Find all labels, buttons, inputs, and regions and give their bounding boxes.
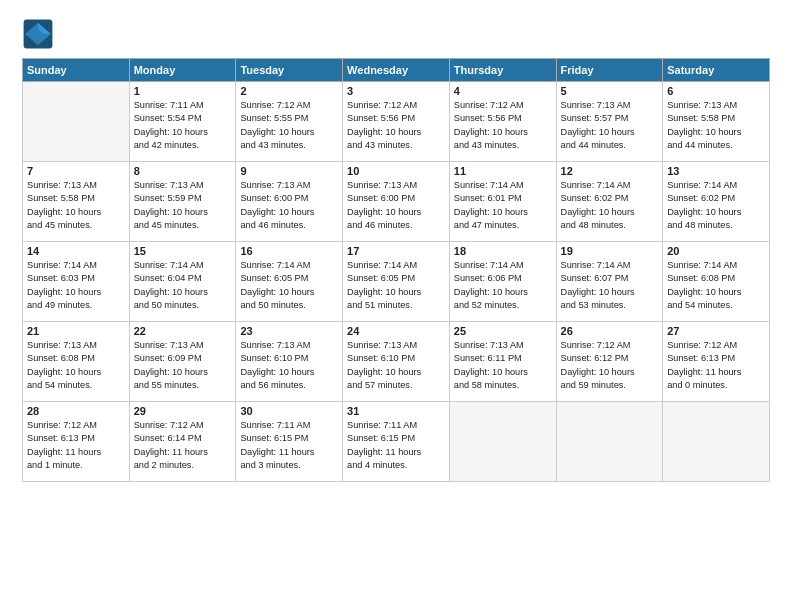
day-info: Sunrise: 7:14 AMSunset: 6:08 PMDaylight:…: [667, 259, 765, 312]
day-number: 1: [134, 85, 232, 97]
day-number: 29: [134, 405, 232, 417]
day-info: Sunrise: 7:12 AMSunset: 6:14 PMDaylight:…: [134, 419, 232, 472]
calendar-cell: 2Sunrise: 7:12 AMSunset: 5:55 PMDaylight…: [236, 82, 343, 162]
day-number: 7: [27, 165, 125, 177]
day-number: 25: [454, 325, 552, 337]
calendar-cell: 31Sunrise: 7:11 AMSunset: 6:15 PMDayligh…: [343, 402, 450, 482]
day-info: Sunrise: 7:12 AMSunset: 5:55 PMDaylight:…: [240, 99, 338, 152]
day-number: 10: [347, 165, 445, 177]
day-number: 14: [27, 245, 125, 257]
calendar-table: SundayMondayTuesdayWednesdayThursdayFrid…: [22, 58, 770, 482]
calendar-cell: 11Sunrise: 7:14 AMSunset: 6:01 PMDayligh…: [449, 162, 556, 242]
calendar-cell: 23Sunrise: 7:13 AMSunset: 6:10 PMDayligh…: [236, 322, 343, 402]
calendar-cell: [449, 402, 556, 482]
calendar-cell: [23, 82, 130, 162]
calendar-cell: [556, 402, 663, 482]
calendar-cell: 20Sunrise: 7:14 AMSunset: 6:08 PMDayligh…: [663, 242, 770, 322]
day-number: 3: [347, 85, 445, 97]
calendar-cell: 14Sunrise: 7:14 AMSunset: 6:03 PMDayligh…: [23, 242, 130, 322]
day-info: Sunrise: 7:11 AMSunset: 6:15 PMDaylight:…: [347, 419, 445, 472]
day-of-week-header: Tuesday: [236, 59, 343, 82]
calendar-cell: 30Sunrise: 7:11 AMSunset: 6:15 PMDayligh…: [236, 402, 343, 482]
day-number: 12: [561, 165, 659, 177]
day-info: Sunrise: 7:14 AMSunset: 6:04 PMDaylight:…: [134, 259, 232, 312]
day-info: Sunrise: 7:14 AMSunset: 6:03 PMDaylight:…: [27, 259, 125, 312]
day-info: Sunrise: 7:14 AMSunset: 6:05 PMDaylight:…: [347, 259, 445, 312]
day-info: Sunrise: 7:13 AMSunset: 6:08 PMDaylight:…: [27, 339, 125, 392]
day-number: 5: [561, 85, 659, 97]
day-info: Sunrise: 7:13 AMSunset: 6:00 PMDaylight:…: [347, 179, 445, 232]
calendar-cell: 22Sunrise: 7:13 AMSunset: 6:09 PMDayligh…: [129, 322, 236, 402]
day-info: Sunrise: 7:12 AMSunset: 6:13 PMDaylight:…: [27, 419, 125, 472]
day-number: 11: [454, 165, 552, 177]
day-of-week-header: Friday: [556, 59, 663, 82]
general-blue-icon: [22, 18, 54, 50]
day-number: 20: [667, 245, 765, 257]
calendar-cell: 7Sunrise: 7:13 AMSunset: 5:58 PMDaylight…: [23, 162, 130, 242]
day-number: 15: [134, 245, 232, 257]
day-number: 16: [240, 245, 338, 257]
calendar-cell: 24Sunrise: 7:13 AMSunset: 6:10 PMDayligh…: [343, 322, 450, 402]
day-of-week-header: Sunday: [23, 59, 130, 82]
day-number: 6: [667, 85, 765, 97]
calendar-cell: 4Sunrise: 7:12 AMSunset: 5:56 PMDaylight…: [449, 82, 556, 162]
calendar-cell: 8Sunrise: 7:13 AMSunset: 5:59 PMDaylight…: [129, 162, 236, 242]
day-info: Sunrise: 7:14 AMSunset: 6:07 PMDaylight:…: [561, 259, 659, 312]
logo: [22, 18, 58, 50]
calendar-cell: 21Sunrise: 7:13 AMSunset: 6:08 PMDayligh…: [23, 322, 130, 402]
calendar-cell: 28Sunrise: 7:12 AMSunset: 6:13 PMDayligh…: [23, 402, 130, 482]
day-number: 21: [27, 325, 125, 337]
header: [22, 18, 770, 50]
day-info: Sunrise: 7:13 AMSunset: 6:00 PMDaylight:…: [240, 179, 338, 232]
calendar-cell: 9Sunrise: 7:13 AMSunset: 6:00 PMDaylight…: [236, 162, 343, 242]
day-info: Sunrise: 7:14 AMSunset: 6:02 PMDaylight:…: [667, 179, 765, 232]
day-info: Sunrise: 7:13 AMSunset: 6:10 PMDaylight:…: [240, 339, 338, 392]
calendar-cell: 5Sunrise: 7:13 AMSunset: 5:57 PMDaylight…: [556, 82, 663, 162]
day-info: Sunrise: 7:13 AMSunset: 6:09 PMDaylight:…: [134, 339, 232, 392]
day-number: 18: [454, 245, 552, 257]
calendar-cell: 12Sunrise: 7:14 AMSunset: 6:02 PMDayligh…: [556, 162, 663, 242]
calendar-cell: 25Sunrise: 7:13 AMSunset: 6:11 PMDayligh…: [449, 322, 556, 402]
day-info: Sunrise: 7:14 AMSunset: 6:06 PMDaylight:…: [454, 259, 552, 312]
day-info: Sunrise: 7:13 AMSunset: 5:57 PMDaylight:…: [561, 99, 659, 152]
calendar-cell: 19Sunrise: 7:14 AMSunset: 6:07 PMDayligh…: [556, 242, 663, 322]
calendar-cell: 10Sunrise: 7:13 AMSunset: 6:00 PMDayligh…: [343, 162, 450, 242]
day-number: 27: [667, 325, 765, 337]
day-number: 30: [240, 405, 338, 417]
day-info: Sunrise: 7:11 AMSunset: 5:54 PMDaylight:…: [134, 99, 232, 152]
day-number: 23: [240, 325, 338, 337]
day-info: Sunrise: 7:14 AMSunset: 6:01 PMDaylight:…: [454, 179, 552, 232]
day-number: 2: [240, 85, 338, 97]
day-info: Sunrise: 7:13 AMSunset: 5:58 PMDaylight:…: [667, 99, 765, 152]
calendar-cell: 16Sunrise: 7:14 AMSunset: 6:05 PMDayligh…: [236, 242, 343, 322]
day-info: Sunrise: 7:13 AMSunset: 6:10 PMDaylight:…: [347, 339, 445, 392]
day-number: 22: [134, 325, 232, 337]
calendar-cell: 15Sunrise: 7:14 AMSunset: 6:04 PMDayligh…: [129, 242, 236, 322]
calendar-cell: [663, 402, 770, 482]
day-info: Sunrise: 7:12 AMSunset: 5:56 PMDaylight:…: [454, 99, 552, 152]
calendar-cell: 3Sunrise: 7:12 AMSunset: 5:56 PMDaylight…: [343, 82, 450, 162]
day-number: 31: [347, 405, 445, 417]
day-of-week-header: Wednesday: [343, 59, 450, 82]
day-number: 19: [561, 245, 659, 257]
day-number: 4: [454, 85, 552, 97]
day-info: Sunrise: 7:14 AMSunset: 6:02 PMDaylight:…: [561, 179, 659, 232]
day-of-week-header: Monday: [129, 59, 236, 82]
day-number: 26: [561, 325, 659, 337]
day-info: Sunrise: 7:14 AMSunset: 6:05 PMDaylight:…: [240, 259, 338, 312]
calendar-cell: 27Sunrise: 7:12 AMSunset: 6:13 PMDayligh…: [663, 322, 770, 402]
day-of-week-header: Saturday: [663, 59, 770, 82]
day-info: Sunrise: 7:11 AMSunset: 6:15 PMDaylight:…: [240, 419, 338, 472]
calendar-cell: 18Sunrise: 7:14 AMSunset: 6:06 PMDayligh…: [449, 242, 556, 322]
calendar-cell: 6Sunrise: 7:13 AMSunset: 5:58 PMDaylight…: [663, 82, 770, 162]
day-number: 24: [347, 325, 445, 337]
calendar-cell: 17Sunrise: 7:14 AMSunset: 6:05 PMDayligh…: [343, 242, 450, 322]
day-info: Sunrise: 7:12 AMSunset: 6:13 PMDaylight:…: [667, 339, 765, 392]
day-number: 28: [27, 405, 125, 417]
day-number: 8: [134, 165, 232, 177]
calendar-cell: 1Sunrise: 7:11 AMSunset: 5:54 PMDaylight…: [129, 82, 236, 162]
calendar-cell: 13Sunrise: 7:14 AMSunset: 6:02 PMDayligh…: [663, 162, 770, 242]
day-number: 13: [667, 165, 765, 177]
day-info: Sunrise: 7:13 AMSunset: 5:59 PMDaylight:…: [134, 179, 232, 232]
day-of-week-header: Thursday: [449, 59, 556, 82]
